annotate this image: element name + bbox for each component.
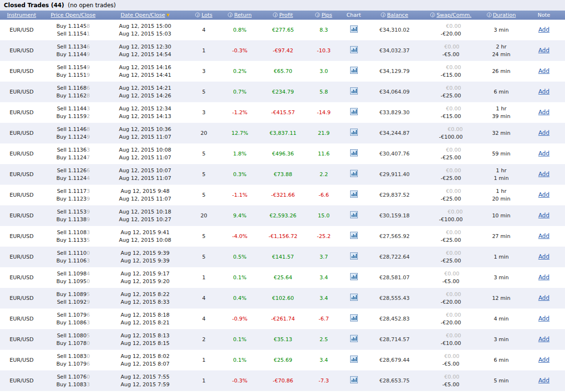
chart-icon[interactable]: [350, 232, 358, 239]
swap-comm-cell: €0.00-€25.00: [422, 82, 480, 102]
balance-cell: €28,679.44: [367, 350, 422, 370]
return-cell: 0.1%: [221, 329, 259, 350]
swap-value: €0.00: [446, 188, 461, 194]
chart-icon[interactable]: [350, 129, 358, 136]
add-note-link[interactable]: Add: [538, 253, 549, 260]
add-note-link[interactable]: Add: [538, 336, 549, 343]
price-last-digit: 8: [87, 126, 90, 132]
add-note-link[interactable]: Add: [538, 26, 549, 33]
price-open-close-cell: Sell 1.11083Buy 1.11335: [43, 226, 103, 247]
chart-icon[interactable]: [350, 273, 358, 280]
price-last-digit: 6: [87, 312, 90, 318]
duration-cell: 26 min: [480, 61, 523, 82]
table-row: EUR/USDSell 1.11468Buy 1.11249Aug 12, 20…: [0, 123, 565, 143]
lots-cell: 5: [187, 185, 221, 205]
column-header-swap-comm[interactable]: iSwap/Comm.: [422, 11, 480, 20]
chart-icon[interactable]: [350, 190, 358, 198]
chart-icon[interactable]: [350, 211, 358, 218]
return-cell: -0.3%: [221, 370, 259, 391]
column-header-lots[interactable]: iLots: [187, 11, 221, 20]
column-header-pips[interactable]: iPips: [307, 11, 341, 20]
swap-value: €0.00: [446, 106, 461, 112]
instrument-cell: EUR/USD: [0, 20, 43, 40]
chart-icon[interactable]: [350, 87, 358, 95]
chart-icon[interactable]: [350, 108, 358, 115]
add-note-link[interactable]: Add: [538, 109, 549, 116]
date-open-close-cell: Aug 12, 2015 9:48Aug 12, 2015 11:07: [103, 185, 187, 205]
column-header-return[interactable]: iReturn: [221, 11, 259, 20]
price-last-digit: 6: [87, 85, 90, 91]
date-open-close-cell: Aug 12, 2015 10:08Aug 12, 2015 11:07: [103, 143, 187, 164]
add-note-link[interactable]: Add: [538, 212, 549, 219]
profit-cell: €3,837.11: [259, 123, 307, 143]
add-note-link[interactable]: Add: [538, 88, 549, 95]
swap-comm-cell: €0.00-€25.00: [422, 247, 480, 267]
add-note-link[interactable]: Add: [538, 171, 549, 178]
chart-icon[interactable]: [350, 170, 358, 177]
add-note-link[interactable]: Add: [538, 150, 549, 157]
pips-cell: 11.6: [307, 143, 341, 164]
chart-cell: [341, 185, 367, 205]
price-last-digit: 5: [87, 291, 90, 297]
info-icon[interactable]: i: [381, 12, 386, 17]
price-last-digit: 0: [87, 250, 90, 256]
chart-cell: [341, 40, 367, 61]
return-cell: -4.0%: [221, 226, 259, 247]
note-cell: Add: [523, 267, 565, 288]
info-icon[interactable]: i: [195, 12, 200, 17]
chart-bars-icon: [350, 273, 358, 280]
add-note-link[interactable]: Add: [538, 274, 549, 281]
price-last-digit: 0: [87, 278, 90, 285]
chart-icon[interactable]: [350, 46, 358, 53]
add-note-link[interactable]: Add: [538, 233, 549, 239]
date-open-close-cell: Aug 12, 2015 9:39Aug 12, 2015 9:39: [103, 247, 187, 267]
price-last-digit: 0: [87, 374, 90, 380]
add-note-link[interactable]: Add: [538, 191, 549, 198]
note-cell: Add: [523, 61, 565, 82]
info-icon[interactable]: i: [487, 12, 492, 17]
chart-icon[interactable]: [350, 376, 358, 383]
price-last-digit: 4: [87, 271, 90, 277]
table-row: EUR/USDSell 1.10984Buy 1.10950Aug 12, 20…: [0, 267, 565, 288]
table-row: EUR/USDSell 1.10805Buy 1.10780Aug 12, 20…: [0, 329, 565, 350]
chart-icon[interactable]: [350, 67, 358, 74]
info-icon[interactable]: i: [315, 12, 320, 17]
column-header-balance[interactable]: iBalance: [367, 11, 422, 20]
chart-icon[interactable]: [350, 314, 358, 321]
balance-cell: €34,244.87: [367, 123, 422, 143]
chart-icon[interactable]: [350, 335, 358, 342]
add-note-link[interactable]: Add: [538, 377, 549, 384]
add-note-link[interactable]: Add: [538, 130, 549, 136]
info-icon[interactable]: i: [273, 12, 278, 17]
swap-comm-cell: €0.00-€100.00: [422, 205, 480, 226]
column-header-profit[interactable]: iProfit: [259, 11, 307, 20]
add-note-link[interactable]: Add: [538, 295, 549, 301]
column-header-date-open-close[interactable]: Date Open/Close▼: [103, 11, 187, 20]
commission-value: -€5.00: [442, 381, 459, 388]
lots-cell: 5: [187, 247, 221, 267]
chart-icon[interactable]: [350, 149, 358, 156]
duration-cell: 1 hr20 min: [480, 185, 523, 205]
chart-bars-icon: [350, 46, 358, 53]
chart-bars-icon: [350, 356, 358, 363]
add-note-link[interactable]: Add: [538, 47, 549, 54]
add-note-link[interactable]: Add: [538, 68, 549, 74]
info-icon[interactable]: i: [228, 12, 233, 17]
chart-icon[interactable]: [350, 294, 358, 301]
chart-icon[interactable]: [350, 356, 358, 363]
table-row: EUR/USDSell 1.10830Buy 1.10796Aug 12, 20…: [0, 350, 565, 370]
price-last-digit: 3: [87, 258, 90, 264]
column-header-price-open-close[interactable]: Price Open/Close: [43, 11, 103, 20]
chart-cell: [341, 370, 367, 391]
chart-icon[interactable]: [350, 25, 358, 33]
column-header-duration[interactable]: iDuration: [480, 11, 523, 20]
info-icon[interactable]: i: [430, 12, 435, 17]
swap-comm-cell: €0.00-€15.00: [422, 102, 480, 123]
chart-cell: [341, 329, 367, 350]
chart-icon[interactable]: [350, 252, 358, 260]
add-note-link[interactable]: Add: [538, 356, 549, 363]
add-note-link[interactable]: Add: [538, 315, 549, 322]
swap-comm-cell: €0.00-€5.00: [422, 350, 480, 370]
column-header-instrument[interactable]: Instrument: [0, 11, 43, 20]
price-last-digit: 6: [87, 44, 90, 50]
